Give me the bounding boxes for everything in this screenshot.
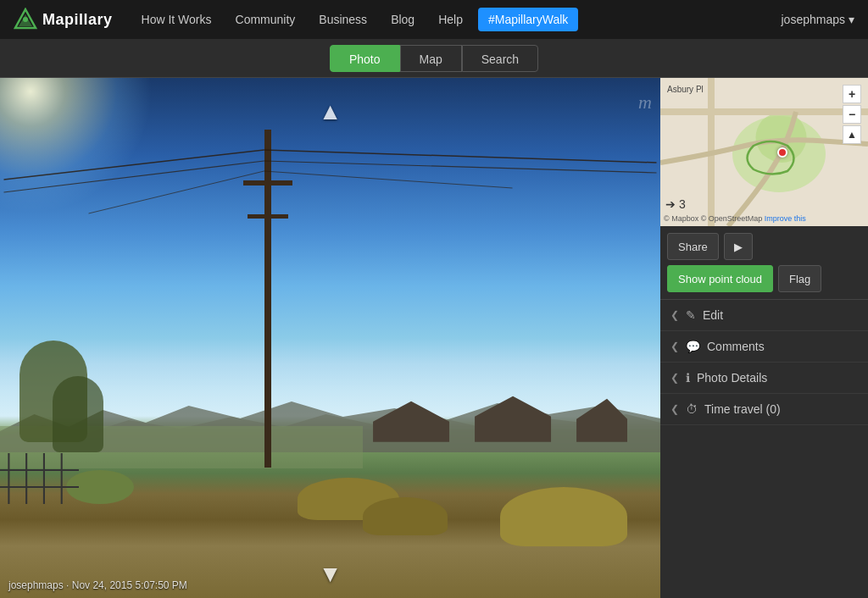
street-photo: ▲ ▼ m josephmaps · Nov 24, 2015 5:07:50 …	[0, 78, 660, 598]
section-time-travel[interactable]: ❮ ⏱ Time travel (0)	[660, 394, 868, 425]
pole-crossbar-top	[243, 180, 292, 185]
tabbar: Photo Map Search	[0, 39, 868, 78]
nav-how-it-works[interactable]: How It Works	[130, 0, 224, 39]
mini-map[interactable]: Asbury Pl + − ▲ © Mapbox © OpenStreetMap…	[660, 78, 868, 226]
edit-icon: ✎	[686, 308, 696, 322]
fence-svg	[0, 453, 79, 504]
photo-area[interactable]: ▲ ▼ m josephmaps · Nov 24, 2015 5:07:50 …	[0, 78, 660, 598]
navigate-count: 3	[679, 197, 686, 211]
photo-user: josephmaps	[8, 579, 64, 591]
photo-info: josephmaps · Nov 24, 2015 5:07:50 PM	[8, 579, 187, 591]
map-location-dot	[777, 147, 787, 158]
sections-list: ❮ ✎ Edit ❮ 💬 Comments ❮ ℹ Photo Details …	[660, 300, 868, 425]
svg-line-4	[4, 150, 264, 180]
section-comments-chevron: ❮	[670, 341, 679, 352]
user-menu[interactable]: josephmaps ▾	[782, 13, 855, 26]
svg-line-8	[89, 171, 264, 213]
navbar: Mapillary How It Works Community Busines…	[0, 0, 868, 39]
comments-icon: 💬	[686, 340, 700, 353]
time-travel-icon: ⏱	[686, 402, 698, 416]
bush-2	[363, 497, 448, 535]
svg-point-2	[23, 17, 28, 22]
section-comments-label: Comments	[707, 340, 858, 353]
section-photo-details[interactable]: ❮ ℹ Photo Details	[660, 363, 868, 394]
photo-date: Nov 24, 2015 5:07:50 PM	[72, 579, 187, 591]
section-photo-details-chevron: ❮	[670, 372, 679, 384]
sun-flare	[0, 78, 153, 213]
photo-details-icon: ℹ	[686, 371, 690, 385]
flag-button[interactable]: Flag	[778, 265, 821, 292]
tab-search[interactable]: Search	[462, 45, 538, 72]
nav-arrow-down[interactable]: ▼	[314, 557, 348, 591]
show-point-cloud-button[interactable]: Show point cloud	[667, 265, 773, 292]
photo-watermark: m	[638, 91, 652, 114]
logo-text: Mapillary	[42, 11, 113, 29]
play-button[interactable]: ▶	[724, 233, 753, 260]
section-comments[interactable]: ❮ 💬 Comments	[660, 331, 868, 363]
map-attribution: © Mapbox © OpenStreetMap Improve this	[664, 214, 806, 223]
map-zoom-controls: + −	[843, 85, 861, 124]
houses-background	[373, 391, 627, 442]
tree-left-2	[53, 376, 103, 452]
map-zoom-out[interactable]: −	[843, 105, 861, 124]
svg-line-7	[264, 161, 657, 173]
section-edit-chevron: ❮	[670, 309, 679, 321]
bush-4	[500, 487, 627, 546]
section-edit-label: Edit	[703, 308, 858, 322]
svg-line-9	[264, 171, 513, 188]
map-compass[interactable]: ▲	[843, 125, 861, 144]
action-buttons-area: Share ▶ Show point cloud Flag	[660, 226, 868, 300]
map-navigate[interactable]: ➔ 3	[665, 197, 686, 211]
svg-line-6	[4, 161, 264, 192]
nav-mapillarywalk[interactable]: #MapillaryWalk	[478, 8, 578, 31]
bush-3	[66, 470, 134, 504]
map-zoom-in[interactable]: +	[843, 85, 861, 103]
section-time-travel-chevron: ❮	[670, 403, 679, 415]
nav-arrow-up[interactable]: ▲	[314, 95, 348, 129]
share-button[interactable]: Share	[667, 233, 719, 260]
section-time-travel-label: Time travel (0)	[704, 402, 858, 416]
improve-map-link[interactable]: Improve this	[765, 214, 806, 223]
svg-line-5	[264, 150, 657, 163]
power-pole	[264, 130, 271, 468]
main-content: ▲ ▼ m josephmaps · Nov 24, 2015 5:07:50 …	[0, 78, 868, 598]
mapbox-attribution: © Mapbox © OpenStreetMap	[664, 214, 762, 223]
tab-map[interactable]: Map	[400, 45, 462, 72]
logo-area[interactable]: Mapillary	[14, 8, 113, 31]
navigate-icon: ➔	[665, 197, 676, 211]
play-icon: ▶	[734, 241, 743, 253]
nav-help[interactable]: Help	[426, 0, 475, 39]
section-photo-details-label: Photo Details	[697, 371, 858, 385]
right-panel: Asbury Pl + − ▲ © Mapbox © OpenStreetMap…	[660, 78, 868, 598]
nav-blog[interactable]: Blog	[379, 0, 426, 39]
photo-separator: ·	[66, 579, 69, 591]
section-edit[interactable]: ❮ ✎ Edit	[660, 300, 868, 331]
user-chevron-icon: ▾	[849, 13, 854, 26]
nav-business[interactable]: Business	[307, 0, 379, 39]
username: josephmaps	[782, 13, 846, 26]
mini-map-svg	[660, 78, 868, 226]
pole-crossbar-bottom	[248, 214, 288, 219]
mapillary-logo-icon	[14, 8, 37, 31]
nav-community[interactable]: Community	[224, 0, 308, 39]
tab-photo[interactable]: Photo	[330, 45, 400, 72]
map-label: Asbury Pl	[667, 85, 704, 94]
